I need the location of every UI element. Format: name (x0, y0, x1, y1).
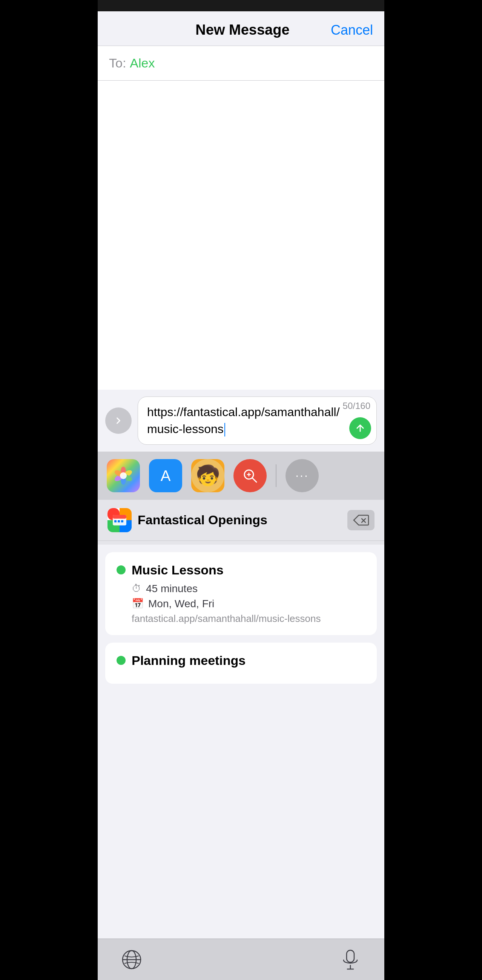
globe-button[interactable] (120, 948, 143, 971)
item-header: Planning meetings (117, 653, 365, 668)
more-dots-icon: ··· (295, 469, 309, 482)
item-url: fantastical.app/samanthahall/music-lesso… (117, 613, 365, 625)
input-text: https://fantastical.app/samanthahall/mus… (147, 404, 340, 438)
more-apps-button[interactable]: ··· (286, 459, 319, 492)
item-header: Music Lessons (117, 563, 365, 578)
item-duration-row: ⏱ 45 minutes (117, 583, 365, 595)
svg-rect-21 (114, 520, 117, 522)
calendar-item-music-lessons[interactable]: Music Lessons ⏱ 45 minutes 📅 Mon, Wed, F… (105, 552, 377, 635)
char-count: 50/160 (343, 401, 370, 411)
status-dot (117, 656, 126, 665)
message-input[interactable]: 50/160 https://fantastical.app/samanthah… (138, 396, 377, 445)
backspace-button[interactable] (347, 510, 375, 530)
svg-rect-23 (121, 520, 123, 522)
expand-button[interactable] (105, 407, 132, 434)
clock-icon: ⏱ (132, 583, 141, 594)
calendar-list: Music Lessons ⏱ 45 minutes 📅 Mon, Wed, F… (98, 552, 384, 684)
fantastical-left: Fantastical Openings (107, 508, 267, 532)
item-title: Music Lessons (132, 563, 223, 578)
svg-rect-27 (346, 950, 354, 962)
photos-app-icon[interactable] (107, 459, 140, 492)
svg-text:A: A (161, 468, 171, 484)
websearch-app-icon[interactable] (233, 459, 267, 492)
item-days: Mon, Wed, Fri (148, 598, 214, 610)
svg-point-6 (120, 472, 127, 479)
fantastical-header: Fantastical Openings (98, 500, 384, 541)
fantastical-title: Fantastical Openings (138, 512, 267, 527)
input-wrapper: 50/160 https://fantastical.app/samanthah… (138, 396, 377, 445)
appstore-app-icon[interactable]: A (149, 459, 182, 492)
fantastical-app-icon (107, 508, 132, 532)
item-title: Planning meetings (132, 653, 246, 668)
send-button[interactable] (349, 417, 371, 439)
message-body[interactable] (98, 81, 384, 390)
app-separator (276, 465, 276, 487)
to-label: To: (109, 56, 126, 70)
item-duration: 45 minutes (146, 583, 198, 595)
svg-point-8 (240, 466, 260, 485)
app-icon-row: A 🧒 ··· (98, 452, 384, 500)
nav-title: New Message (154, 22, 331, 38)
status-dot (117, 565, 126, 574)
recipient-chip[interactable]: Alex (130, 56, 155, 70)
cancel-button[interactable]: Cancel (331, 22, 373, 38)
text-input-row: 50/160 https://fantastical.app/samanthah… (98, 390, 384, 452)
to-field[interactable]: To: Alex (98, 46, 384, 81)
svg-rect-20 (113, 515, 126, 519)
microphone-button[interactable] (339, 948, 362, 971)
bottom-toolbar (98, 939, 384, 980)
item-days-row: 📅 Mon, Wed, Fri (117, 598, 365, 610)
svg-rect-22 (118, 520, 120, 522)
status-bar (98, 0, 384, 11)
nav-bar: New Message Cancel (98, 11, 384, 46)
calendar-icon: 📅 (132, 598, 144, 609)
memoji-app-icon[interactable]: 🧒 (191, 459, 224, 492)
calendar-subheader (98, 541, 384, 545)
calendar-item-planning[interactable]: Planning meetings (105, 643, 377, 684)
